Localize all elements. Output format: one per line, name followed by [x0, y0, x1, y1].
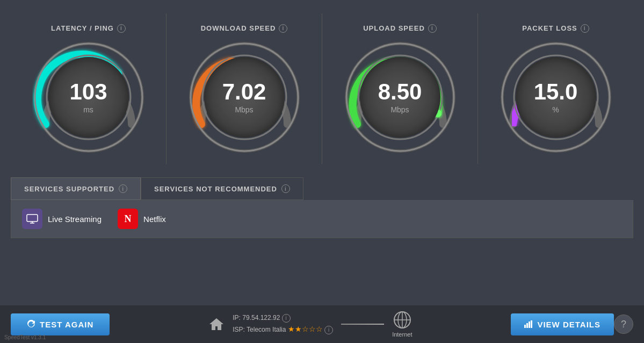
- netflix-label: Netflix: [143, 215, 166, 224]
- live-streaming-label: Live Streaming: [48, 215, 102, 224]
- view-details-button[interactable]: VIEW DETAILS: [511, 313, 614, 335]
- download-unit: Mbps: [235, 105, 253, 114]
- latency-gauge: 103 ms: [32, 41, 145, 154]
- upload-gauge: 8.50 Mbps: [344, 41, 457, 154]
- packetloss-value: 15.0: [534, 81, 578, 103]
- gauges-section: LATENCY / PING i: [0, 0, 644, 172]
- download-info-icon[interactable]: i: [279, 24, 287, 33]
- svg-rect-26: [531, 320, 532, 328]
- ip-info-icon[interactable]: i: [282, 314, 291, 323]
- services-section: SERVICES SUPPORTED i SERVICES NOT RECOMM…: [0, 177, 644, 238]
- download-inner: 7.02 Mbps: [204, 57, 285, 138]
- svg-rect-23: [524, 325, 526, 328]
- packetloss-gauge-container: PACKET LOSS i 15.0: [478, 24, 633, 154]
- version-text: SpeedTest v1.3.1: [4, 334, 46, 340]
- svg-rect-16: [27, 215, 38, 221]
- internet-label: Internet: [392, 331, 412, 338]
- download-value: 7.02: [222, 81, 266, 103]
- latency-unit: ms: [83, 105, 93, 114]
- service-netflix: N Netflix: [118, 209, 166, 229]
- chart-icon: [524, 320, 533, 328]
- upload-inner: 8.50 Mbps: [360, 57, 440, 138]
- netflix-icon: N: [118, 209, 138, 229]
- ip-value: 79.54.122.92: [242, 314, 280, 321]
- latency-gauge-container: LATENCY / PING i: [11, 24, 166, 154]
- ip-label: IP:: [233, 314, 241, 321]
- ip-info: IP: 79.54.122.92 i ISP: Telecom Italia ★…: [233, 313, 333, 335]
- packetloss-inner: 15.0 %: [516, 57, 596, 138]
- service-live-streaming: Live Streaming: [22, 209, 102, 229]
- refresh-icon: [27, 320, 35, 328]
- help-button[interactable]: ?: [614, 315, 633, 334]
- packetloss-title: PACKET LOSS i: [522, 24, 589, 33]
- services-not-recommended-info-icon[interactable]: i: [281, 184, 290, 193]
- download-gauge: 7.02 Mbps: [188, 41, 301, 154]
- services-content: Live Streaming N Netflix: [11, 200, 633, 238]
- services-supported-info-icon[interactable]: i: [119, 184, 127, 193]
- isp-info-icon[interactable]: i: [324, 326, 333, 334]
- isp-stars: ★★☆☆☆: [288, 325, 323, 333]
- download-gauge-container: DOWNLOAD SPEED i 7.02: [167, 24, 322, 154]
- connection-line: [341, 324, 384, 325]
- tab-services-supported[interactable]: SERVICES SUPPORTED i: [11, 177, 141, 200]
- home-icon: [208, 317, 225, 332]
- latency-inner: 103 ms: [48, 57, 129, 138]
- packetloss-info-icon[interactable]: i: [581, 24, 589, 33]
- latency-value: 103: [69, 81, 107, 103]
- download-title: DOWNLOAD SPEED i: [201, 24, 288, 33]
- upload-value: 8.50: [378, 81, 422, 103]
- isp-value: Telecom Italia: [247, 326, 286, 333]
- isp-label: ISP:: [233, 326, 245, 333]
- upload-info-icon[interactable]: i: [428, 24, 437, 33]
- upload-gauge-container: UPLOAD SPEED i 8.50: [322, 24, 477, 154]
- live-streaming-icon: [22, 209, 42, 229]
- svg-rect-24: [526, 323, 528, 328]
- upload-unit: Mbps: [390, 105, 409, 114]
- upload-title: UPLOAD SPEED i: [363, 24, 437, 33]
- services-tabs: SERVICES SUPPORTED i SERVICES NOT RECOMM…: [11, 177, 633, 200]
- home-icon-wrap: [208, 317, 225, 332]
- bottom-bar: TEST AGAIN IP: 79.54.122.92 i ISP: Telec…: [0, 305, 644, 343]
- test-again-button[interactable]: TEST AGAIN: [11, 313, 110, 335]
- packetloss-unit: %: [552, 105, 559, 114]
- bottom-center: IP: 79.54.122.92 i ISP: Telecom Italia ★…: [110, 311, 511, 338]
- latency-info-icon[interactable]: i: [117, 24, 126, 33]
- packetloss-gauge: 15.0 %: [500, 41, 612, 154]
- svg-rect-25: [529, 321, 530, 328]
- globe-icon: [393, 311, 411, 329]
- latency-title: LATENCY / PING i: [51, 24, 126, 33]
- internet-globe: Internet: [392, 311, 412, 338]
- tab-services-not-recommended[interactable]: SERVICES NOT RECOMMENDED i: [141, 177, 303, 200]
